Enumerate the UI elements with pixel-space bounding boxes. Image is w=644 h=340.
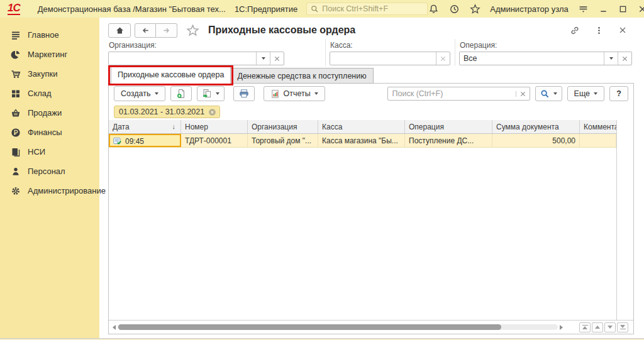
sidebar-item-label: Главное — [28, 30, 59, 40]
global-search-input[interactable] — [322, 4, 423, 13]
home-button[interactable] — [108, 23, 131, 38]
sidebar-item-zakupki[interactable]: Закупки — [0, 64, 99, 84]
organization-clear-icon[interactable] — [270, 52, 284, 65]
table-row[interactable]: 09:45 ТДРТ-000001 Торговый дом "... Касс… — [109, 134, 616, 148]
column-header-amount[interactable]: Сумма документа — [492, 120, 580, 133]
sidebar-item-marketing[interactable]: Маркетинг — [0, 45, 99, 64]
advanced-search-button[interactable] — [535, 86, 562, 101]
sidebar-item-glavnoe[interactable]: Главное — [0, 25, 99, 45]
gear-icon — [11, 186, 21, 196]
filters-panel: Организация: Касса: Операция: — [99, 38, 644, 65]
remove-filter-icon[interactable] — [208, 108, 216, 116]
basket-icon — [11, 108, 21, 118]
column-header-comment[interactable]: Комментари — [580, 120, 616, 133]
list-toolbar: Создать Отчеты — [109, 84, 633, 104]
sidebar-item-label: Администрирование — [28, 186, 106, 195]
documents-table-area: Дата ↓ Номер Организация Касса Операция … — [109, 120, 633, 321]
help-button[interactable]: ? — [609, 86, 628, 101]
create-button[interactable]: Создать — [114, 86, 165, 101]
notifications-bell-icon[interactable] — [428, 3, 439, 14]
row-down-button[interactable] — [604, 322, 616, 332]
sidebar-item-finansy[interactable]: Финансы — [0, 123, 99, 142]
column-header-number[interactable]: Номер — [181, 120, 248, 133]
posted-document-icon — [113, 136, 122, 146]
column-header-organization[interactable]: Организация — [248, 120, 318, 133]
ruble-icon — [11, 128, 21, 138]
cell-number[interactable]: ТДРТ-000001 — [181, 134, 248, 147]
form-header: Приходные кассовые ордера — [99, 18, 644, 38]
back-button[interactable] — [135, 23, 156, 38]
list-search-clear-icon[interactable] — [516, 91, 530, 97]
page-title: Приходные кассовые ордера — [208, 25, 355, 36]
column-header-kassa[interactable]: Касса — [318, 120, 405, 133]
operation-clear-icon[interactable] — [618, 52, 631, 65]
scroll-top-button[interactable] — [579, 322, 591, 332]
maximize-button[interactable] — [618, 4, 628, 14]
sidebar-item-nsi[interactable]: НСИ — [0, 142, 99, 162]
kassa-clear-icon[interactable] — [436, 52, 450, 65]
table-header: Дата ↓ Номер Организация Касса Операция … — [109, 120, 616, 134]
create-new-document-button[interactable] — [170, 86, 192, 101]
tab-prihodnye-kassovye-ordera[interactable]: Приходные кассовые ордера — [111, 67, 231, 84]
add-to-favorites-star-icon[interactable] — [186, 24, 199, 37]
more-button[interactable]: Еще — [567, 86, 604, 101]
current-user[interactable]: Администратор узла — [490, 4, 569, 14]
organization-dropdown-icon[interactable] — [256, 52, 270, 65]
filter-operation: Операция: — [455, 40, 644, 65]
history-icon[interactable] — [448, 3, 460, 14]
history-nav-group — [135, 23, 177, 38]
operation-label: Операция: — [459, 40, 644, 52]
global-search[interactable] — [306, 3, 428, 15]
organization-input[interactable] — [109, 52, 256, 65]
sidebar-item-personal[interactable]: Персонал — [0, 162, 99, 181]
scroll-bottom-button[interactable] — [617, 322, 628, 332]
organization-combobox[interactable] — [108, 52, 284, 65]
row-up-button[interactable] — [592, 322, 603, 332]
column-header-operation[interactable]: Операция — [405, 120, 492, 133]
get-link-icon[interactable] — [570, 25, 580, 35]
list-search-input[interactable] — [388, 89, 516, 98]
cell-kassa[interactable]: Касса магазина "Бы... — [318, 134, 405, 147]
kassa-combobox[interactable] — [330, 52, 450, 65]
date-filter-tag[interactable]: 01.03.2021 - 31.03.2021 — [114, 106, 220, 118]
list-search-field[interactable] — [387, 87, 530, 101]
documents-table: Дата ↓ Номер Организация Касса Операция … — [109, 120, 617, 320]
grid-icon — [11, 89, 21, 99]
horizontal-scrollbar[interactable] — [118, 324, 558, 330]
cell-date[interactable]: 09:45 — [109, 134, 181, 147]
cell-organization[interactable]: Торговый дом "... — [248, 134, 318, 147]
cell-amount[interactable]: 500,00 — [492, 134, 580, 147]
sidebar-item-label: НСИ — [28, 147, 45, 156]
scrollbar-thumb[interactable] — [118, 324, 501, 330]
operation-combobox[interactable] — [459, 52, 632, 65]
reports-button[interactable]: Отчеты — [264, 86, 325, 101]
favorites-star-icon[interactable] — [469, 3, 480, 14]
operation-dropdown-icon[interactable] — [604, 52, 618, 65]
cell-operation[interactable]: Поступление ДС... — [405, 134, 492, 147]
print-button[interactable] — [233, 86, 255, 101]
minimize-button[interactable] — [599, 4, 609, 14]
sidebar-item-administrirovanie[interactable]: Администрирование — [0, 181, 99, 200]
sidebar-item-prodazhi[interactable]: Продажи — [0, 103, 99, 123]
sidebar-item-label: Маркетинг — [28, 50, 67, 59]
row-navigation-buttons — [579, 322, 630, 332]
scroll-left-icon[interactable] — [113, 325, 116, 330]
sidebar-item-sklad[interactable]: Склад — [0, 84, 99, 103]
sidebar-item-label: Продажи — [28, 108, 62, 118]
copy-button[interactable] — [197, 86, 225, 101]
tab-denezhnye-sredstva[interactable]: Денежные средства к поступлению — [231, 68, 373, 84]
service-menu-icon[interactable] — [578, 3, 589, 14]
operation-input[interactable] — [460, 52, 604, 65]
close-form-icon[interactable] — [618, 25, 628, 35]
kassa-label: Касса: — [330, 40, 455, 52]
main-area: Приходные кассовые ордера Организация: — [99, 18, 644, 338]
kassa-input[interactable] — [330, 52, 436, 65]
active-filters-row: 01.03.2021 - 31.03.2021 — [109, 104, 633, 120]
column-header-date[interactable]: Дата ↓ — [109, 120, 181, 133]
cell-comment[interactable] — [580, 134, 616, 147]
close-window-button[interactable] — [638, 4, 644, 14]
filter-organization: Организация: — [108, 40, 326, 65]
forward-button[interactable] — [156, 23, 177, 38]
scroll-right-icon[interactable] — [560, 325, 563, 330]
more-actions-icon[interactable] — [594, 25, 604, 35]
